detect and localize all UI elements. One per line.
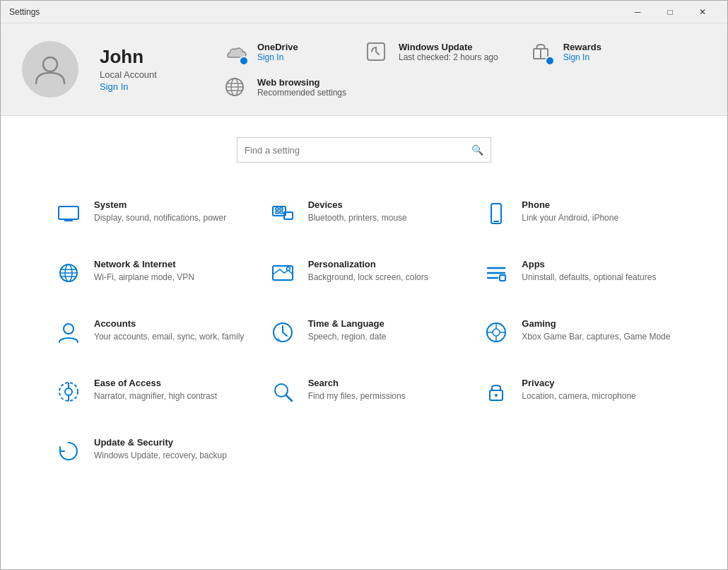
svg-rect-18 (491, 204, 501, 223)
privacy-icon (482, 378, 510, 406)
settings-item-privacy[interactable]: PrivacyLocation, camera, microphone (471, 362, 685, 421)
account-type: Local Account (100, 69, 157, 80)
windows-update-sub: Last checked: 2 hours ago (399, 52, 498, 62)
system-subtitle: Display, sound, notifications, power (94, 212, 226, 224)
devices-text: DevicesBluetooth, printers, mouse (308, 199, 407, 224)
search-subtitle: Find my files, permissions (308, 390, 406, 402)
svg-point-47 (495, 394, 498, 397)
personalization-text: PersonalizationBackground, lock screen, … (308, 259, 428, 284)
search-area: 🔍 (1, 116, 727, 177)
svg-point-0 (43, 57, 57, 71)
close-button[interactable]: ✕ (686, 1, 719, 23)
windows-update-name: Windows Update (399, 42, 498, 52)
maximize-button[interactable]: □ (654, 1, 686, 23)
svg-rect-9 (59, 207, 78, 219)
service-onedrive[interactable]: OneDrive Sign In (221, 37, 334, 66)
svg-point-41 (65, 388, 72, 395)
service-windows-update[interactable]: Windows Update Last checked: 2 hours ago (362, 37, 498, 66)
devices-subtitle: Bluetooth, printers, mouse (308, 212, 407, 224)
settings-item-update[interactable]: Update & SecurityWindows Update, recover… (43, 421, 257, 481)
service-web-browsing[interactable]: Web browsing Recommended settings (221, 73, 346, 101)
svg-rect-16 (276, 211, 278, 214)
ease-text: Ease of AccessNarrator, magnifier, high … (94, 378, 217, 402)
update-title: Update & Security (94, 437, 227, 448)
rewards-name: Rewards (563, 42, 601, 52)
onedrive-icon (221, 37, 249, 66)
svg-point-31 (64, 324, 74, 334)
rewards-sub[interactable]: Sign In (563, 52, 601, 62)
search-icon (269, 378, 297, 406)
gaming-subtitle: Xbox Game Bar, captures, Game Mode (522, 331, 670, 343)
svg-rect-17 (280, 211, 283, 214)
settings-item-ease[interactable]: Ease of AccessNarrator, magnifier, high … (43, 362, 257, 421)
settings-item-time[interactable]: ATime & LanguageSpeech, region, date (257, 303, 471, 362)
web-browsing-icon (221, 73, 249, 101)
gaming-title: Gaming (522, 318, 670, 329)
rewards-icon (527, 37, 555, 66)
settings-item-phone[interactable]: PhoneLink your Android, iPhone (471, 184, 685, 243)
apps-title: Apps (522, 259, 656, 269)
account-info: John Local Account Sign In (100, 46, 157, 93)
settings-item-network[interactable]: Network & InternetWi-Fi, airplane mode, … (43, 243, 257, 303)
phone-icon (482, 199, 510, 228)
minimize-button[interactable]: ─ (621, 1, 654, 23)
system-title: System (94, 199, 226, 210)
svg-point-26 (286, 267, 290, 271)
ease-subtitle: Narrator, magnifier, high contrast (94, 390, 217, 402)
windows-update-text: Windows Update Last checked: 2 hours ago (399, 42, 498, 62)
settings-item-gaming[interactable]: GamingXbox Game Bar, captures, Game Mode (471, 303, 685, 362)
devices-title: Devices (308, 199, 407, 210)
system-text: SystemDisplay, sound, notifications, pow… (94, 199, 226, 224)
settings-item-search[interactable]: SearchFind my files, permissions (257, 362, 471, 421)
ease-icon (54, 378, 83, 406)
windows-update-icon (362, 37, 390, 66)
svg-rect-14 (276, 208, 278, 210)
avatar-icon (33, 52, 68, 87)
onedrive-sub[interactable]: Sign In (257, 52, 298, 62)
web-browsing-text: Web browsing Recommended settings (257, 77, 346, 98)
svg-point-35 (493, 329, 500, 336)
service-rewards[interactable]: Rewards Sign In (527, 37, 640, 66)
time-subtitle: Speech, region, date (308, 331, 387, 343)
svg-text:A: A (277, 337, 281, 342)
phone-subtitle: Link your Android, iPhone (522, 212, 618, 224)
network-icon (54, 259, 83, 287)
search-input[interactable] (245, 145, 471, 156)
settings-item-apps[interactable]: AppsUninstall, defaults, optional featur… (471, 243, 685, 303)
accounts-icon (54, 318, 83, 347)
onedrive-text: OneDrive Sign In (257, 42, 298, 62)
settings-item-devices[interactable]: DevicesBluetooth, printers, mouse (257, 184, 471, 243)
personalization-icon (269, 259, 297, 287)
svg-rect-30 (500, 275, 505, 281)
update-icon (54, 437, 83, 465)
rewards-text: Rewards Sign In (563, 42, 601, 62)
settings-item-accounts[interactable]: AccountsYour accounts, email, sync, work… (43, 303, 257, 362)
apps-subtitle: Uninstall, defaults, optional features (522, 272, 656, 284)
devices-icon (269, 199, 297, 228)
personalization-title: Personalization (308, 259, 428, 269)
account-signin-link[interactable]: Sign In (100, 81, 128, 92)
apps-text: AppsUninstall, defaults, optional featur… (522, 259, 656, 284)
accounts-title: Accounts (94, 318, 244, 329)
update-text: Update & SecurityWindows Update, recover… (94, 437, 227, 462)
privacy-text: PrivacyLocation, camera, microphone (522, 378, 635, 402)
apps-icon (482, 259, 510, 287)
settings-item-personalization[interactable]: PersonalizationBackground, lock screen, … (257, 243, 471, 303)
settings-item-system[interactable]: SystemDisplay, sound, notifications, pow… (43, 184, 257, 243)
window-title: Settings (9, 7, 40, 17)
time-text: Time & LanguageSpeech, region, date (308, 318, 387, 343)
accounts-subtitle: Your accounts, email, sync, work, family (94, 331, 244, 343)
account-header: John Local Account Sign In OneDrive Sign… (1, 23, 727, 116)
web-browsing-sub: Recommended settings (257, 88, 346, 98)
account-name: John (100, 46, 157, 68)
onedrive-name: OneDrive (257, 42, 298, 52)
network-text: Network & InternetWi-Fi, airplane mode, … (94, 259, 194, 284)
avatar (22, 41, 78, 98)
phone-text: PhoneLink your Android, iPhone (522, 199, 618, 224)
search-box: 🔍 (237, 137, 491, 163)
window-controls: ─ □ ✕ (621, 1, 719, 23)
privacy-subtitle: Location, camera, microphone (522, 390, 635, 402)
title-bar: Settings ─ □ ✕ (1, 1, 727, 23)
system-icon (54, 199, 83, 228)
time-icon: A (269, 318, 297, 347)
